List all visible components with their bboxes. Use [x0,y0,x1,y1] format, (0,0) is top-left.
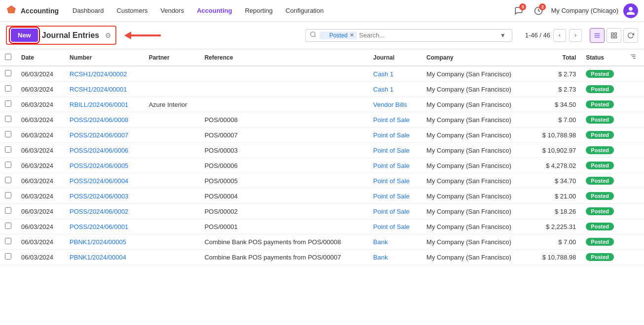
row-checkbox-cell[interactable] [0,234,16,250]
row-number[interactable]: PBNK1/2024/00004 [65,250,144,265]
pagination-next[interactable] [569,29,582,42]
row-journal[interactable]: Point of Sale [368,219,422,234]
row-checkbox[interactable] [5,207,11,214]
row-checkbox[interactable] [5,70,11,76]
refresh-button[interactable] [623,28,638,43]
row-number[interactable]: PBNK1/2024/00005 [65,234,144,250]
select-all-header[interactable] [0,49,16,66]
row-checkbox[interactable] [5,177,11,183]
table-row[interactable]: 06/03/2024 POSS/2024/06/0008 POS/00008 P… [0,112,644,128]
row-journal[interactable]: Point of Sale [368,204,422,219]
row-checkbox-cell[interactable] [0,158,16,173]
nav-reporting[interactable]: Reporting [240,5,278,16]
main-content: New Journal Entries ⚙ Posted ✕ ▼ 1-46 / … [0,22,644,325]
table-row[interactable]: 06/03/2024 RCSH1/2024/00001 Cash 1 My Co… [0,82,644,97]
col-date[interactable]: Date [16,49,65,66]
row-journal[interactable]: Point of Sale [368,112,422,128]
row-journal[interactable]: Cash 1 [368,82,422,97]
row-journal[interactable]: Point of Sale [368,189,422,204]
row-number[interactable]: RBILL/2024/06/0001 [65,97,144,112]
row-number[interactable]: POSS/2024/06/0006 [65,143,144,158]
table-row[interactable]: 06/03/2024 POSS/2024/06/0005 POS/00006 P… [0,158,644,173]
pagination-prev[interactable] [553,29,566,42]
row-checkbox-cell[interactable] [0,189,16,204]
row-checkbox-cell[interactable] [0,204,16,219]
row-number[interactable]: RCSH1/2024/00001 [65,82,144,97]
table-row[interactable]: 06/03/2024 RCSH1/2024/00002 Cash 1 My Co… [0,66,644,82]
row-number[interactable]: POSS/2024/06/0005 [65,158,144,173]
col-reference[interactable]: Reference [200,49,368,66]
row-checkbox[interactable] [5,223,11,229]
row-checkbox[interactable] [5,146,11,153]
row-checkbox-cell[interactable] [0,97,16,112]
table-row[interactable]: 06/03/2024 PBNK1/2024/00005 Combine Bank… [0,234,644,250]
nav-dashboard[interactable]: Dashboard [68,5,109,16]
table-row[interactable]: 06/03/2024 POSS/2024/06/0001 POS/00001 P… [0,219,644,234]
row-checkbox-cell[interactable] [0,82,16,97]
row-number[interactable]: POSS/2024/06/0003 [65,189,144,204]
select-all-checkbox[interactable] [5,54,11,60]
chat-button[interactable]: 5 [511,3,526,18]
table-wrap: Date Number Partner Reference Journal Co… [0,49,644,325]
row-checkbox-cell[interactable] [0,173,16,189]
kanban-view-button[interactable] [607,28,621,43]
table-row[interactable]: 06/03/2024 POSS/2024/06/0004 POS/00005 P… [0,173,644,189]
list-view-button[interactable] [590,28,605,43]
table-row[interactable]: 06/03/2024 POSS/2024/06/0003 POS/00004 P… [0,189,644,204]
row-checkbox[interactable] [5,85,11,92]
nav-configuration[interactable]: Configuration [281,5,328,16]
row-checkbox-cell[interactable] [0,250,16,265]
col-number[interactable]: Number [65,49,144,66]
search-input[interactable] [359,32,498,39]
row-number[interactable]: RCSH1/2024/00002 [65,66,144,82]
row-checkbox-cell[interactable] [0,143,16,158]
row-checkbox[interactable] [5,253,11,260]
row-checkbox-cell[interactable] [0,66,16,82]
nav-vendors[interactable]: Vendors [155,5,189,16]
filter-remove-button[interactable]: ✕ [350,32,354,38]
search-dropdown-button[interactable]: ▼ [498,31,508,40]
row-journal[interactable]: Point of Sale [368,173,422,189]
row-checkbox[interactable] [5,116,11,122]
row-number[interactable]: POSS/2024/06/0004 [65,173,144,189]
row-checkbox-cell[interactable] [0,219,16,234]
table-row[interactable]: 06/03/2024 PBNK1/2024/00004 Combine Bank… [0,250,644,265]
nav-accounting[interactable]: Accounting [192,5,237,16]
col-settings[interactable] [625,49,644,66]
row-journal[interactable]: Point of Sale [368,143,422,158]
row-checkbox[interactable] [5,162,11,168]
user-avatar[interactable] [623,3,638,18]
row-number[interactable]: POSS/2024/06/0008 [65,112,144,128]
col-status[interactable]: Status [581,49,624,66]
row-journal[interactable]: Bank [368,234,422,250]
col-total[interactable]: Total [531,49,581,66]
row-date: 06/03/2024 [16,219,65,234]
row-number[interactable]: POSS/2024/06/0002 [65,204,144,219]
table-row[interactable]: 06/03/2024 RBILL/2024/06/0001 Azure Inte… [0,97,644,112]
col-journal[interactable]: Journal [368,49,422,66]
col-company[interactable]: Company [422,49,531,66]
nav-customers[interactable]: Customers [112,5,153,16]
row-number[interactable]: POSS/2024/06/0001 [65,219,144,234]
table-row[interactable]: 06/03/2024 POSS/2024/06/0002 POS/00002 P… [0,204,644,219]
col-partner[interactable]: Partner [144,49,200,66]
row-journal[interactable]: Cash 1 [368,66,422,82]
row-journal[interactable]: Vendor Bills [368,97,422,112]
row-checkbox[interactable] [5,238,11,244]
new-button[interactable]: New [11,29,38,42]
row-checkbox[interactable] [5,100,11,107]
table-row[interactable]: 06/03/2024 POSS/2024/06/0007 POS/00007 P… [0,128,644,143]
settings-icon[interactable]: ⚙ [105,32,111,39]
table-row[interactable]: 06/03/2024 POSS/2024/06/0006 POS/00003 P… [0,143,644,158]
row-checkbox[interactable] [5,192,11,198]
search-bar: Posted ✕ ▼ [305,29,512,42]
row-journal[interactable]: Point of Sale [368,128,422,143]
app-logo [6,4,17,17]
row-journal[interactable]: Bank [368,250,422,265]
row-checkbox-cell[interactable] [0,112,16,128]
activity-button[interactable]: 2 [531,3,546,18]
row-checkbox[interactable] [5,131,11,137]
row-checkbox-cell[interactable] [0,128,16,143]
row-number[interactable]: POSS/2024/06/0007 [65,128,144,143]
row-journal[interactable]: Point of Sale [368,158,422,173]
